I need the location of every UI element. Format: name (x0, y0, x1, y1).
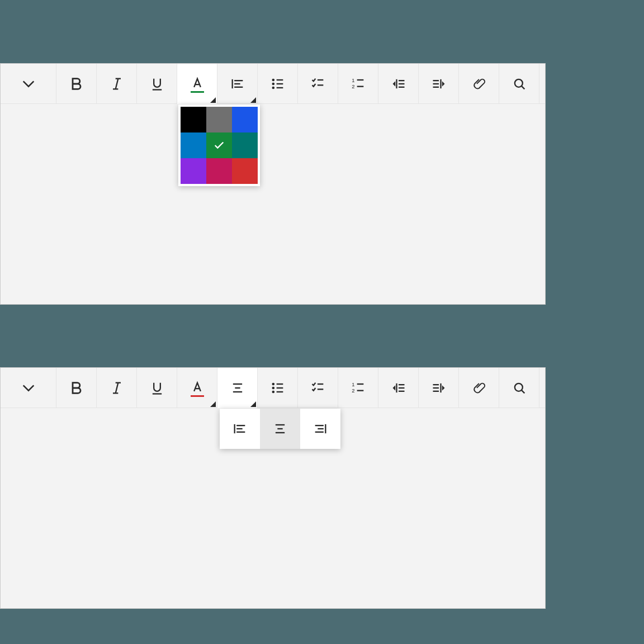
dropdown-indicator-icon (250, 401, 256, 407)
numbered-list-icon (351, 76, 366, 92)
bold-icon (69, 380, 84, 396)
align-left-button[interactable] (220, 409, 260, 449)
editor-panel-color (0, 63, 546, 305)
numbered-list-button[interactable] (338, 368, 378, 408)
text-color-button[interactable] (177, 64, 217, 104)
check-list-icon (310, 76, 326, 92)
editor-area[interactable] (1, 105, 545, 304)
dropdown-indicator-icon (210, 401, 216, 407)
indent-decrease-button[interactable] (419, 64, 459, 104)
indent-increase-button[interactable] (378, 64, 419, 104)
text-color-icon (190, 380, 205, 396)
underline-icon (149, 76, 165, 92)
underline-icon (149, 380, 165, 396)
search-button[interactable] (499, 368, 539, 408)
bold-button[interactable] (56, 368, 97, 408)
text-color-icon (190, 76, 205, 92)
chevron-down-icon (21, 76, 36, 92)
indent-decrease-button[interactable] (419, 368, 459, 408)
italic-icon (109, 380, 125, 396)
check-list-button[interactable] (298, 64, 338, 104)
color-swatch[interactable] (206, 107, 232, 132)
align-right-icon (312, 421, 328, 437)
toolbar (1, 64, 545, 104)
color-swatch[interactable] (206, 158, 232, 184)
search-button[interactable] (499, 64, 539, 104)
color-swatch[interactable] (232, 132, 258, 158)
color-swatch[interactable] (181, 132, 206, 158)
expand-button[interactable] (1, 368, 56, 408)
dropdown-indicator-icon (250, 97, 256, 103)
italic-icon (109, 76, 125, 92)
chevron-down-icon (21, 380, 36, 396)
editor-panel-align (0, 367, 546, 609)
indent-increase-icon (391, 380, 406, 396)
underline-button[interactable] (137, 64, 177, 104)
align-center-icon (272, 421, 288, 437)
color-swatch[interactable] (232, 158, 258, 184)
numbered-list-icon (351, 380, 366, 396)
expand-button[interactable] (1, 64, 56, 104)
color-swatch[interactable] (232, 107, 258, 132)
bullet-list-button[interactable] (258, 368, 298, 408)
bold-icon (69, 76, 84, 92)
align-left-icon (232, 421, 248, 437)
indent-increase-icon (391, 76, 406, 92)
numbered-list-button[interactable] (338, 64, 378, 104)
align-button[interactable] (217, 64, 258, 104)
align-button[interactable] (217, 368, 258, 408)
attachment-button[interactable] (459, 368, 499, 408)
search-icon (512, 380, 527, 396)
bullet-list-icon (270, 380, 286, 396)
text-color-indicator (191, 395, 204, 397)
bold-button[interactable] (56, 64, 97, 104)
indent-decrease-icon (431, 380, 447, 396)
toolbar (1, 368, 545, 408)
attachment-icon (471, 76, 487, 92)
check-list-button[interactable] (298, 368, 338, 408)
color-picker-popup (178, 105, 260, 186)
text-color-indicator (191, 91, 204, 93)
align-center-button[interactable] (260, 409, 300, 449)
dropdown-indicator-icon (210, 97, 216, 103)
color-swatch[interactable] (181, 158, 206, 184)
indent-decrease-icon (431, 76, 447, 92)
underline-button[interactable] (137, 368, 177, 408)
color-swatch[interactable] (181, 107, 206, 132)
bullet-list-button[interactable] (258, 64, 298, 104)
color-swatch[interactable] (206, 132, 232, 158)
italic-button[interactable] (97, 64, 137, 104)
attachment-icon (471, 380, 487, 396)
align-left-icon (230, 76, 245, 92)
align-center-icon (230, 380, 245, 396)
attachment-button[interactable] (459, 64, 499, 104)
align-picker-popup (220, 409, 340, 449)
indent-increase-button[interactable] (378, 368, 419, 408)
align-right-button[interactable] (300, 409, 340, 449)
search-icon (512, 76, 527, 92)
check-list-icon (310, 380, 326, 396)
bullet-list-icon (270, 76, 286, 92)
italic-button[interactable] (97, 368, 137, 408)
text-color-button[interactable] (177, 368, 217, 408)
